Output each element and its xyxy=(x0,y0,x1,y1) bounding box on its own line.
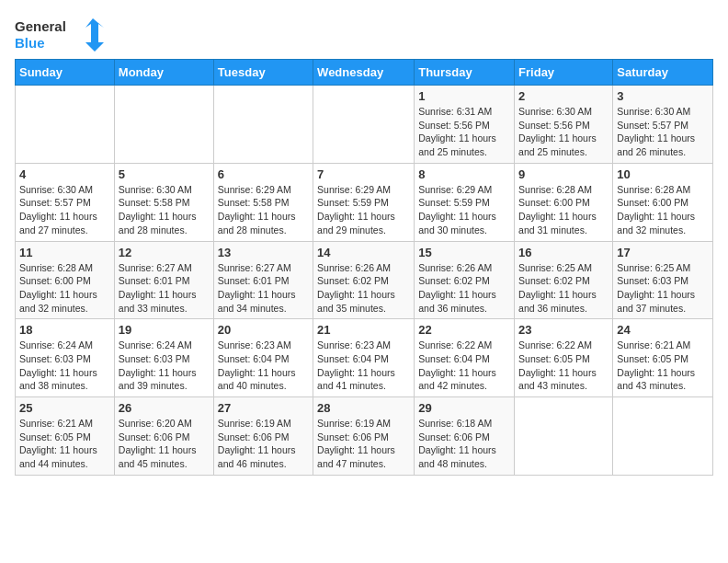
week-row-3: 18Sunrise: 6:24 AM Sunset: 6:03 PM Dayli… xyxy=(16,319,713,397)
day-number: 18 xyxy=(19,323,110,337)
calendar-cell xyxy=(515,397,613,476)
calendar-cell: 21Sunrise: 6:23 AM Sunset: 6:04 PM Dayli… xyxy=(313,319,415,397)
day-number: 14 xyxy=(317,246,410,259)
calendar-cell: 24Sunrise: 6:21 AM Sunset: 6:05 PM Dayli… xyxy=(613,319,713,397)
calendar-cell: 12Sunrise: 6:27 AM Sunset: 6:01 PM Dayli… xyxy=(114,241,213,319)
day-info: Sunrise: 6:23 AM Sunset: 6:04 PM Dayligh… xyxy=(317,339,410,393)
day-number: 12 xyxy=(119,246,210,259)
day-info: Sunrise: 6:20 AM Sunset: 6:06 PM Dayligh… xyxy=(119,417,210,471)
day-info: Sunrise: 6:30 AM Sunset: 5:56 PM Dayligh… xyxy=(518,105,609,159)
calendar-cell: 16Sunrise: 6:25 AM Sunset: 6:02 PM Dayli… xyxy=(515,241,613,319)
header-cell-wednesday: Wednesday xyxy=(313,60,415,86)
calendar-cell xyxy=(313,86,415,164)
day-info: Sunrise: 6:29 AM Sunset: 5:59 PM Dayligh… xyxy=(317,183,410,237)
day-number: 17 xyxy=(617,246,709,259)
day-number: 19 xyxy=(119,323,210,337)
day-info: Sunrise: 6:24 AM Sunset: 6:03 PM Dayligh… xyxy=(119,339,210,393)
week-row-1: 4Sunrise: 6:30 AM Sunset: 5:57 PM Daylig… xyxy=(16,163,713,241)
day-number: 5 xyxy=(119,167,210,181)
calendar-cell: 3Sunrise: 6:30 AM Sunset: 5:57 PM Daylig… xyxy=(613,86,713,164)
day-info: Sunrise: 6:19 AM Sunset: 6:06 PM Dayligh… xyxy=(218,417,309,471)
day-info: Sunrise: 6:24 AM Sunset: 6:03 PM Dayligh… xyxy=(19,339,110,393)
calendar-cell: 9Sunrise: 6:28 AM Sunset: 6:00 PM Daylig… xyxy=(515,163,613,241)
calendar-cell xyxy=(114,86,213,164)
day-number: 3 xyxy=(617,89,709,103)
logo-svg: General Blue xyxy=(15,15,107,52)
calendar-cell: 13Sunrise: 6:27 AM Sunset: 6:01 PM Dayli… xyxy=(213,241,313,319)
day-info: Sunrise: 6:31 AM Sunset: 5:56 PM Dayligh… xyxy=(418,105,510,159)
day-info: Sunrise: 6:28 AM Sunset: 6:00 PM Dayligh… xyxy=(518,183,609,237)
day-info: Sunrise: 6:29 AM Sunset: 5:58 PM Dayligh… xyxy=(218,183,309,237)
calendar-cell: 28Sunrise: 6:19 AM Sunset: 6:06 PM Dayli… xyxy=(313,397,415,476)
day-number: 27 xyxy=(218,401,309,415)
calendar-cell: 8Sunrise: 6:29 AM Sunset: 5:59 PM Daylig… xyxy=(415,163,515,241)
day-info: Sunrise: 6:28 AM Sunset: 6:00 PM Dayligh… xyxy=(617,183,709,237)
calendar-cell: 22Sunrise: 6:22 AM Sunset: 6:04 PM Dayli… xyxy=(415,319,515,397)
day-number: 8 xyxy=(418,167,510,181)
calendar-cell: 15Sunrise: 6:26 AM Sunset: 6:02 PM Dayli… xyxy=(415,241,515,319)
calendar-cell xyxy=(213,86,313,164)
calendar-table: SundayMondayTuesdayWednesdayThursdayFrid… xyxy=(15,59,713,476)
day-number: 4 xyxy=(19,167,110,181)
day-info: Sunrise: 6:25 AM Sunset: 6:02 PM Dayligh… xyxy=(518,261,609,316)
week-row-0: 1Sunrise: 6:31 AM Sunset: 5:56 PM Daylig… xyxy=(16,86,713,164)
day-info: Sunrise: 6:25 AM Sunset: 6:03 PM Dayligh… xyxy=(617,261,709,316)
calendar-cell: 23Sunrise: 6:22 AM Sunset: 6:05 PM Dayli… xyxy=(515,319,613,397)
header-cell-friday: Friday xyxy=(515,60,613,86)
day-info: Sunrise: 6:30 AM Sunset: 5:57 PM Dayligh… xyxy=(617,105,709,159)
calendar-cell: 11Sunrise: 6:28 AM Sunset: 6:00 PM Dayli… xyxy=(16,241,115,319)
day-info: Sunrise: 6:22 AM Sunset: 6:05 PM Dayligh… xyxy=(518,339,609,393)
calendar-cell: 19Sunrise: 6:24 AM Sunset: 6:03 PM Dayli… xyxy=(114,319,213,397)
calendar-cell: 29Sunrise: 6:18 AM Sunset: 6:06 PM Dayli… xyxy=(415,397,515,476)
calendar-cell: 6Sunrise: 6:29 AM Sunset: 5:58 PM Daylig… xyxy=(213,163,313,241)
day-number: 26 xyxy=(119,401,210,415)
day-info: Sunrise: 6:29 AM Sunset: 5:59 PM Dayligh… xyxy=(418,183,510,237)
day-info: Sunrise: 6:27 AM Sunset: 6:01 PM Dayligh… xyxy=(218,261,309,316)
calendar-header: SundayMondayTuesdayWednesdayThursdayFrid… xyxy=(16,60,713,86)
calendar-cell: 17Sunrise: 6:25 AM Sunset: 6:03 PM Dayli… xyxy=(613,241,713,319)
day-number: 11 xyxy=(19,246,110,259)
day-number: 20 xyxy=(218,323,309,337)
day-info: Sunrise: 6:27 AM Sunset: 6:01 PM Dayligh… xyxy=(119,261,210,316)
day-info: Sunrise: 6:28 AM Sunset: 6:00 PM Dayligh… xyxy=(19,261,110,316)
day-number: 23 xyxy=(518,323,609,337)
day-info: Sunrise: 6:19 AM Sunset: 6:06 PM Dayligh… xyxy=(317,417,410,471)
day-info: Sunrise: 6:23 AM Sunset: 6:04 PM Dayligh… xyxy=(218,339,309,393)
calendar-cell: 5Sunrise: 6:30 AM Sunset: 5:58 PM Daylig… xyxy=(114,163,213,241)
svg-text:Blue: Blue xyxy=(15,35,45,51)
day-info: Sunrise: 6:30 AM Sunset: 5:57 PM Dayligh… xyxy=(19,183,110,237)
day-number: 15 xyxy=(418,246,510,259)
day-number: 10 xyxy=(617,167,709,181)
page-header: General Blue xyxy=(15,15,713,52)
calendar-cell: 4Sunrise: 6:30 AM Sunset: 5:57 PM Daylig… xyxy=(16,163,115,241)
day-number: 6 xyxy=(218,167,309,181)
calendar-body: 1Sunrise: 6:31 AM Sunset: 5:56 PM Daylig… xyxy=(16,86,713,476)
day-number: 16 xyxy=(518,246,609,259)
day-number: 7 xyxy=(317,167,410,181)
day-info: Sunrise: 6:26 AM Sunset: 6:02 PM Dayligh… xyxy=(418,261,510,316)
day-number: 1 xyxy=(418,89,510,103)
header-cell-monday: Monday xyxy=(114,60,213,86)
calendar-cell xyxy=(613,397,713,476)
svg-text:General: General xyxy=(15,18,66,34)
day-number: 29 xyxy=(418,401,510,415)
day-info: Sunrise: 6:21 AM Sunset: 6:05 PM Dayligh… xyxy=(19,417,110,471)
day-number: 24 xyxy=(617,323,709,337)
week-row-2: 11Sunrise: 6:28 AM Sunset: 6:00 PM Dayli… xyxy=(16,241,713,319)
header-cell-thursday: Thursday xyxy=(415,60,515,86)
calendar-cell: 27Sunrise: 6:19 AM Sunset: 6:06 PM Dayli… xyxy=(213,397,313,476)
day-info: Sunrise: 6:30 AM Sunset: 5:58 PM Dayligh… xyxy=(119,183,210,237)
calendar-cell: 18Sunrise: 6:24 AM Sunset: 6:03 PM Dayli… xyxy=(16,319,115,397)
day-number: 28 xyxy=(317,401,410,415)
calendar-cell: 20Sunrise: 6:23 AM Sunset: 6:04 PM Dayli… xyxy=(213,319,313,397)
calendar-cell: 7Sunrise: 6:29 AM Sunset: 5:59 PM Daylig… xyxy=(313,163,415,241)
day-info: Sunrise: 6:18 AM Sunset: 6:06 PM Dayligh… xyxy=(418,417,510,471)
header-cell-tuesday: Tuesday xyxy=(213,60,313,86)
calendar-cell: 14Sunrise: 6:26 AM Sunset: 6:02 PM Dayli… xyxy=(313,241,415,319)
logo: General Blue xyxy=(15,15,107,52)
day-number: 22 xyxy=(418,323,510,337)
header-cell-sunday: Sunday xyxy=(16,60,115,86)
calendar-cell: 26Sunrise: 6:20 AM Sunset: 6:06 PM Dayli… xyxy=(114,397,213,476)
calendar-cell: 2Sunrise: 6:30 AM Sunset: 5:56 PM Daylig… xyxy=(515,86,613,164)
day-number: 13 xyxy=(218,246,309,259)
